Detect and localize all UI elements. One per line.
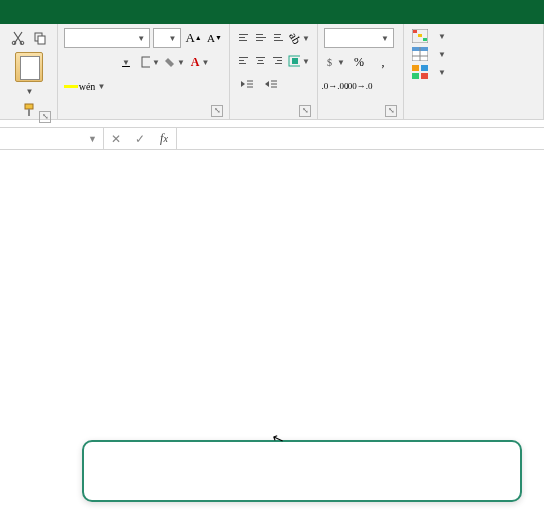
format-as-table-button[interactable]: ▼ [410, 46, 537, 62]
italic-button[interactable] [89, 52, 111, 72]
align-center-icon[interactable] [253, 51, 268, 69]
svg-rect-3 [38, 36, 45, 44]
annotation-callout [82, 440, 522, 502]
increase-decimal-icon[interactable]: .0→.00 [324, 76, 346, 96]
font-size-combo[interactable]: ▼ [153, 28, 181, 48]
format-painter-icon[interactable] [19, 100, 39, 120]
paste-button[interactable]: ▼ [11, 50, 47, 98]
fill-color-button[interactable]: ▼ [164, 52, 186, 72]
align-bottom-icon[interactable] [271, 28, 286, 46]
svg-rect-17 [413, 30, 417, 33]
conditional-formatting-button[interactable]: ▼ [410, 28, 537, 44]
clipboard-icon [15, 52, 43, 82]
svg-text:$: $ [327, 57, 332, 68]
copy-icon[interactable] [30, 28, 50, 48]
fx-icon[interactable]: fx [152, 128, 176, 150]
phonetic-button[interactable]: wén▼ [81, 76, 103, 96]
svg-rect-6 [142, 57, 150, 67]
cell-styles-icon [412, 65, 428, 79]
font-name-combo[interactable]: ▼ [64, 28, 150, 48]
svg-rect-19 [423, 38, 427, 41]
svg-rect-8 [292, 58, 298, 64]
svg-rect-18 [418, 34, 422, 37]
decrease-decimal-icon[interactable]: .00→.0 [348, 76, 370, 96]
orientation-icon[interactable]: ab▼ [288, 28, 311, 48]
align-right-icon[interactable] [270, 51, 285, 69]
dialog-launcher-icon[interactable]: ⤡ [385, 105, 397, 117]
ribbon-tabs [0, 0, 544, 24]
align-top-icon[interactable] [236, 28, 251, 46]
decrease-font-icon[interactable]: A▼ [206, 28, 223, 48]
align-middle-icon[interactable] [253, 28, 268, 46]
svg-rect-25 [421, 65, 428, 71]
percent-icon[interactable]: % [348, 52, 370, 72]
cut-icon[interactable] [8, 28, 28, 48]
group-clipboard: ▼ ⤡ [0, 24, 58, 119]
formula-bar-row: ▼ ✕ ✓ fx [0, 128, 544, 150]
decrease-indent-icon[interactable] [236, 74, 258, 94]
svg-rect-4 [25, 104, 33, 109]
svg-rect-26 [412, 73, 419, 79]
dialog-launcher-icon[interactable]: ⤡ [39, 111, 51, 123]
merge-button[interactable]: ▼ [287, 51, 311, 71]
cell-styles-button[interactable]: ▼ [410, 64, 537, 80]
enter-icon[interactable]: ✓ [128, 128, 152, 150]
font-color-button[interactable]: A▼ [189, 52, 211, 72]
svg-rect-24 [412, 65, 419, 71]
formula-input[interactable] [177, 128, 544, 149]
accounting-format-icon[interactable]: $▼ [324, 52, 346, 72]
cancel-icon[interactable]: ✕ [104, 128, 128, 150]
increase-font-icon[interactable]: A▲ [184, 28, 202, 48]
name-box[interactable]: ▼ [0, 128, 104, 149]
dialog-launcher-icon[interactable]: ⤡ [211, 105, 223, 117]
ribbon: ▼ ⤡ ▼ ▼ A▲ A▼ ▼ ▼ ▼ A▼ wén▼ [0, 24, 544, 120]
table-format-icon [412, 47, 428, 61]
comma-icon[interactable]: , [372, 52, 394, 72]
group-font: ▼ ▼ A▲ A▼ ▼ ▼ ▼ A▼ wén▼ ⤡ [58, 24, 230, 119]
group-styles: ▼ ▼ ▼ [404, 24, 544, 119]
group-number: ▼ $▼ % , .0→.00 .00→.0 ⤡ [318, 24, 404, 119]
align-left-icon[interactable] [236, 51, 251, 69]
bold-button[interactable] [64, 52, 86, 72]
border-button[interactable]: ▼ [139, 52, 161, 72]
number-format-combo[interactable]: ▼ [324, 28, 394, 48]
underline-button[interactable]: ▼ [114, 52, 136, 72]
group-alignment: ab▼ ▼ ⤡ [230, 24, 318, 119]
svg-rect-5 [28, 109, 30, 116]
conditional-format-icon [412, 29, 428, 43]
svg-rect-27 [421, 73, 428, 79]
dialog-launcher-icon[interactable]: ⤡ [299, 105, 311, 117]
increase-indent-icon[interactable] [260, 74, 282, 94]
chevron-down-icon: ▼ [26, 87, 34, 96]
